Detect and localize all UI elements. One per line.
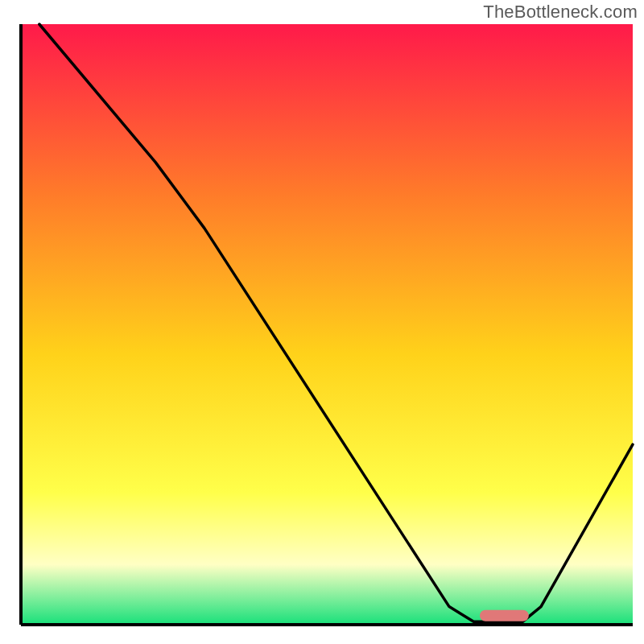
gradient-background [21,24,633,625]
chart-frame: TheBottleneck.com [0,0,644,644]
bottleneck-chart [0,0,644,644]
optimal-marker [480,610,529,621]
